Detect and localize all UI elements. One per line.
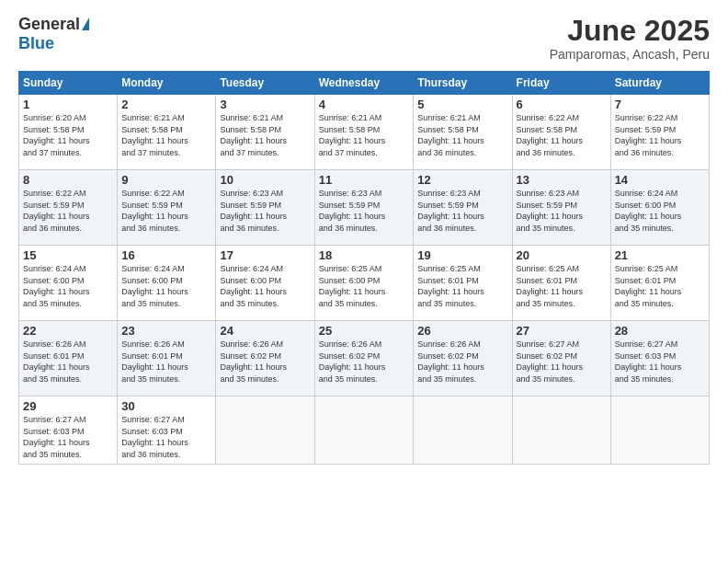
empty-cell <box>512 396 610 464</box>
day-cell: 30 Sunrise: 6:27 AM Sunset: 6:03 PM Dayl… <box>118 396 216 464</box>
day-cell: 6 Sunrise: 6:22 AM Sunset: 5:58 PM Dayli… <box>512 95 610 170</box>
day-info: Sunrise: 6:27 AM Sunset: 6:03 PM Dayligh… <box>23 414 113 460</box>
day-cell: 12 Sunrise: 6:23 AM Sunset: 5:59 PM Dayl… <box>414 170 512 246</box>
day-number: 8 <box>23 173 113 187</box>
day-info: Sunrise: 6:25 AM Sunset: 6:00 PM Dayligh… <box>319 263 410 309</box>
day-cell: 18 Sunrise: 6:25 AM Sunset: 6:00 PM Dayl… <box>314 246 414 321</box>
day-info: Sunrise: 6:22 AM Sunset: 5:58 PM Dayligh… <box>517 112 607 158</box>
day-info: Sunrise: 6:25 AM Sunset: 6:01 PM Dayligh… <box>517 263 607 309</box>
day-number: 25 <box>319 324 410 338</box>
day-info: Sunrise: 6:20 AM Sunset: 5:58 PM Dayligh… <box>23 112 113 158</box>
day-number: 6 <box>517 98 607 111</box>
day-number: 1 <box>23 98 113 111</box>
page-title: June 2025 <box>550 15 710 47</box>
empty-cell <box>216 396 314 464</box>
day-number: 13 <box>517 173 607 187</box>
day-cell: 11 Sunrise: 6:23 AM Sunset: 5:59 PM Dayl… <box>314 170 414 246</box>
day-number: 12 <box>417 173 507 187</box>
day-info: Sunrise: 6:26 AM Sunset: 6:02 PM Dayligh… <box>220 339 310 385</box>
day-cell: 23 Sunrise: 6:26 AM Sunset: 6:01 PM Dayl… <box>118 321 216 396</box>
day-info: Sunrise: 6:24 AM Sunset: 6:00 PM Dayligh… <box>121 263 211 309</box>
day-cell: 7 Sunrise: 6:22 AM Sunset: 5:59 PM Dayli… <box>610 95 709 170</box>
day-number: 14 <box>615 173 705 187</box>
day-info: Sunrise: 6:26 AM Sunset: 6:01 PM Dayligh… <box>23 339 113 385</box>
header-saturday: Saturday <box>610 72 709 95</box>
day-cell: 21 Sunrise: 6:25 AM Sunset: 6:01 PM Dayl… <box>610 246 709 321</box>
day-number: 10 <box>220 173 310 187</box>
day-cell: 13 Sunrise: 6:23 AM Sunset: 5:59 PM Dayl… <box>512 170 610 246</box>
day-number: 16 <box>121 248 211 262</box>
day-info: Sunrise: 6:25 AM Sunset: 6:01 PM Dayligh… <box>417 263 507 309</box>
day-cell: 29 Sunrise: 6:27 AM Sunset: 6:03 PM Dayl… <box>19 396 118 464</box>
day-info: Sunrise: 6:27 AM Sunset: 6:03 PM Dayligh… <box>121 414 211 460</box>
day-number: 9 <box>121 173 211 187</box>
logo-triangle-icon <box>82 17 89 30</box>
day-info: Sunrise: 6:26 AM Sunset: 6:01 PM Dayligh… <box>121 339 211 385</box>
day-info: Sunrise: 6:27 AM Sunset: 6:03 PM Dayligh… <box>615 339 705 385</box>
day-info: Sunrise: 6:22 AM Sunset: 5:59 PM Dayligh… <box>615 112 705 158</box>
day-number: 27 <box>517 324 607 338</box>
day-number: 21 <box>615 248 705 262</box>
day-info: Sunrise: 6:21 AM Sunset: 5:58 PM Dayligh… <box>121 112 211 158</box>
empty-cell <box>314 396 414 464</box>
day-number: 15 <box>23 248 113 262</box>
day-number: 20 <box>517 248 607 262</box>
day-cell: 5 Sunrise: 6:21 AM Sunset: 5:58 PM Dayli… <box>414 95 512 170</box>
day-cell: 3 Sunrise: 6:21 AM Sunset: 5:58 PM Dayli… <box>216 95 314 170</box>
logo-blue: Blue <box>18 34 54 53</box>
day-number: 30 <box>121 399 211 413</box>
header-friday: Friday <box>512 72 610 95</box>
header-thursday: Thursday <box>414 72 512 95</box>
title-section: June 2025 Pamparomas, Ancash, Peru <box>550 15 710 62</box>
day-number: 2 <box>121 98 211 111</box>
day-info: Sunrise: 6:24 AM Sunset: 6:00 PM Dayligh… <box>615 188 705 234</box>
day-cell: 15 Sunrise: 6:24 AM Sunset: 6:00 PM Dayl… <box>19 246 118 321</box>
day-cell: 28 Sunrise: 6:27 AM Sunset: 6:03 PM Dayl… <box>610 321 709 396</box>
header-tuesday: Tuesday <box>216 72 314 95</box>
day-cell: 20 Sunrise: 6:25 AM Sunset: 6:01 PM Dayl… <box>512 246 610 321</box>
empty-cell <box>610 396 709 464</box>
day-info: Sunrise: 6:21 AM Sunset: 5:58 PM Dayligh… <box>220 112 310 158</box>
day-cell: 26 Sunrise: 6:26 AM Sunset: 6:02 PM Dayl… <box>414 321 512 396</box>
day-info: Sunrise: 6:26 AM Sunset: 6:02 PM Dayligh… <box>319 339 410 385</box>
day-number: 11 <box>319 173 410 187</box>
day-info: Sunrise: 6:23 AM Sunset: 5:59 PM Dayligh… <box>417 188 507 234</box>
day-info: Sunrise: 6:24 AM Sunset: 6:00 PM Dayligh… <box>23 263 113 309</box>
day-number: 19 <box>417 248 507 262</box>
day-number: 28 <box>615 324 705 338</box>
day-info: Sunrise: 6:22 AM Sunset: 5:59 PM Dayligh… <box>23 188 113 234</box>
day-info: Sunrise: 6:27 AM Sunset: 6:02 PM Dayligh… <box>517 339 607 385</box>
day-info: Sunrise: 6:23 AM Sunset: 5:59 PM Dayligh… <box>517 188 607 234</box>
header-sunday: Sunday <box>19 72 118 95</box>
logo: General Blue <box>18 15 89 53</box>
day-cell: 8 Sunrise: 6:22 AM Sunset: 5:59 PM Dayli… <box>19 170 118 246</box>
day-number: 23 <box>121 324 211 338</box>
day-info: Sunrise: 6:23 AM Sunset: 5:59 PM Dayligh… <box>319 188 410 234</box>
day-info: Sunrise: 6:25 AM Sunset: 6:01 PM Dayligh… <box>615 263 705 309</box>
day-number: 7 <box>615 98 705 111</box>
day-cell: 16 Sunrise: 6:24 AM Sunset: 6:00 PM Dayl… <box>118 246 216 321</box>
calendar-table: Sunday Monday Tuesday Wednesday Thursday… <box>18 71 710 464</box>
day-number: 22 <box>23 324 113 338</box>
day-info: Sunrise: 6:23 AM Sunset: 5:59 PM Dayligh… <box>220 188 310 234</box>
calendar-header-row: Sunday Monday Tuesday Wednesday Thursday… <box>19 72 710 95</box>
day-number: 5 <box>417 98 507 111</box>
day-cell: 27 Sunrise: 6:27 AM Sunset: 6:02 PM Dayl… <box>512 321 610 396</box>
page-subtitle: Pamparomas, Ancash, Peru <box>550 47 710 62</box>
header-monday: Monday <box>118 72 216 95</box>
day-info: Sunrise: 6:21 AM Sunset: 5:58 PM Dayligh… <box>417 112 507 158</box>
header: General Blue June 2025 Pamparomas, Ancas… <box>18 15 710 62</box>
day-cell: 14 Sunrise: 6:24 AM Sunset: 6:00 PM Dayl… <box>610 170 709 246</box>
day-info: Sunrise: 6:22 AM Sunset: 5:59 PM Dayligh… <box>121 188 211 234</box>
day-cell: 19 Sunrise: 6:25 AM Sunset: 6:01 PM Dayl… <box>414 246 512 321</box>
header-wednesday: Wednesday <box>314 72 414 95</box>
day-cell: 2 Sunrise: 6:21 AM Sunset: 5:58 PM Dayli… <box>118 95 216 170</box>
day-number: 3 <box>220 98 310 111</box>
day-cell: 4 Sunrise: 6:21 AM Sunset: 5:58 PM Dayli… <box>314 95 414 170</box>
day-info: Sunrise: 6:24 AM Sunset: 6:00 PM Dayligh… <box>220 263 310 309</box>
day-cell: 25 Sunrise: 6:26 AM Sunset: 6:02 PM Dayl… <box>314 321 414 396</box>
empty-cell <box>414 396 512 464</box>
day-number: 29 <box>23 399 113 413</box>
day-number: 24 <box>220 324 310 338</box>
day-number: 4 <box>319 98 410 111</box>
